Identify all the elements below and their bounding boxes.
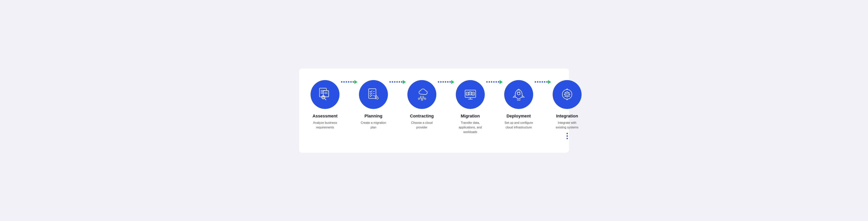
svg-line-23 (420, 98, 421, 98)
step-wrapper-planning: Planning Create a migration plan (359, 80, 388, 130)
dot (491, 81, 492, 83)
vertical-dot (566, 133, 568, 134)
dots-line-1 (341, 81, 354, 83)
step-wrapper-assessment: Assessment Analyze business requirements (311, 80, 340, 130)
step-deployment: Deployment Set up and configure cloud in… (504, 80, 533, 130)
dot (350, 81, 352, 83)
dotted-arrow-1 (341, 80, 358, 84)
dot (346, 81, 347, 83)
dot (535, 81, 536, 83)
step-title-planning: Planning (365, 114, 382, 119)
svg-line-25 (423, 98, 424, 99)
dot (537, 81, 538, 83)
svg-point-34 (469, 91, 472, 93)
dot (539, 81, 541, 83)
step-title-migration: Migration (461, 114, 480, 119)
dot (392, 81, 393, 83)
step-integration: Integration Integrate with existing syst… (553, 80, 582, 139)
step-desc-assessment: Analyze business requirements (311, 120, 340, 130)
step-circle-contracting (407, 80, 436, 109)
arrow-4 (485, 80, 504, 109)
dots-line-2 (390, 81, 402, 83)
svg-point-33 (466, 94, 469, 96)
dot (450, 81, 451, 83)
step-desc-migration: Transfer data, applications, and workloa… (456, 120, 485, 134)
continuation-dots (566, 133, 568, 139)
arrow-2 (388, 80, 407, 109)
dot (544, 81, 545, 83)
svg-point-41 (472, 94, 474, 96)
dot (440, 81, 441, 83)
dot (390, 81, 391, 83)
step-wrapper-migration: Migration Transfer data, applications, a… (456, 80, 485, 134)
dotted-arrow-2 (390, 80, 406, 84)
arrow-head-4 (500, 80, 503, 84)
arrow-1 (340, 80, 359, 109)
arrow-head-3 (451, 80, 454, 84)
step-title-deployment: Deployment (506, 114, 531, 119)
dot (352, 81, 354, 83)
svg-point-38 (472, 92, 474, 93)
vertical-dot (566, 135, 568, 137)
dot (447, 81, 448, 83)
step-planning: Planning Create a migration plan (359, 80, 388, 130)
dot (489, 81, 490, 83)
svg-line-52 (569, 96, 569, 97)
svg-rect-27 (465, 90, 476, 98)
step-desc-planning: Create a migration plan (359, 120, 388, 130)
step-circle-planning (359, 80, 388, 109)
dot (399, 81, 400, 83)
dot (541, 81, 543, 83)
svg-point-37 (469, 94, 472, 95)
dot (348, 81, 349, 83)
svg-point-22 (424, 98, 426, 100)
dot (445, 81, 446, 83)
dot (394, 81, 396, 83)
svg-line-10 (324, 99, 326, 100)
step-desc-deployment: Set up and configure cloud infrastructur… (504, 120, 533, 130)
arrow-3 (436, 80, 456, 109)
step-wrapper-integration: Integration Integrate with existing syst… (553, 80, 582, 139)
dotted-arrow-3 (438, 80, 454, 84)
step-circle-assessment (311, 80, 340, 109)
arrow-head-5 (548, 80, 551, 84)
dot (438, 81, 439, 83)
planning-icon (366, 87, 381, 102)
step-circle-deployment (504, 80, 533, 109)
svg-point-44 (517, 92, 520, 95)
assessment-icon (318, 87, 332, 102)
step-circle-integration (553, 80, 582, 109)
step-title-assessment: Assessment (312, 114, 338, 119)
dotted-arrow-4 (486, 80, 503, 84)
svg-line-51 (565, 93, 565, 93)
step-circle-migration (456, 80, 485, 109)
arrow-5 (533, 80, 553, 109)
svg-line-54 (565, 96, 565, 97)
step-title-contracting: Contracting (410, 114, 434, 119)
dotted-arrow-5 (535, 80, 551, 84)
dot (343, 81, 345, 83)
dot (496, 81, 497, 83)
step-assessment: Assessment Analyze business requirements (311, 80, 340, 130)
step-migration: Migration Transfer data, applications, a… (456, 80, 485, 134)
step-contracting: Contracting Choose a cloud provider (407, 80, 436, 130)
dot (442, 81, 444, 83)
step-desc-integration: Integrate with existing systems (553, 120, 582, 130)
contracting-icon (415, 87, 429, 102)
svg-line-53 (568, 93, 569, 93)
dot (396, 81, 398, 83)
dot (493, 81, 495, 83)
svg-point-21 (421, 99, 423, 101)
step-wrapper-contracting: Contracting Choose a cloud provider (407, 80, 436, 130)
dot (341, 81, 342, 83)
step-title-integration: Integration (556, 114, 578, 119)
step-desc-contracting: Choose a cloud provider (407, 120, 436, 130)
dots-line-5 (535, 81, 548, 83)
svg-point-46 (566, 93, 568, 96)
integration-icon (560, 87, 575, 102)
dot (546, 81, 548, 83)
vertical-dot (566, 138, 568, 139)
svg-line-26 (424, 98, 425, 98)
arrow-head-1 (354, 80, 358, 84)
dots-line-3 (438, 81, 451, 83)
